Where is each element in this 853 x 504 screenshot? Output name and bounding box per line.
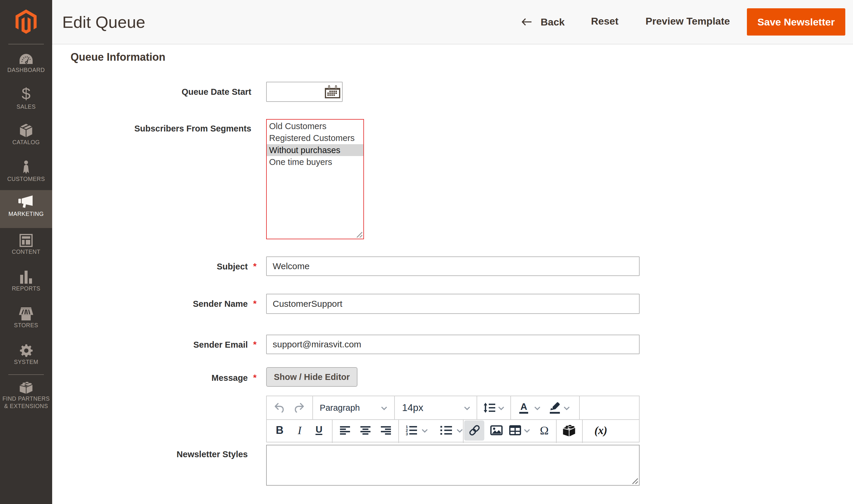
svg-text:3: 3 (406, 432, 408, 435)
